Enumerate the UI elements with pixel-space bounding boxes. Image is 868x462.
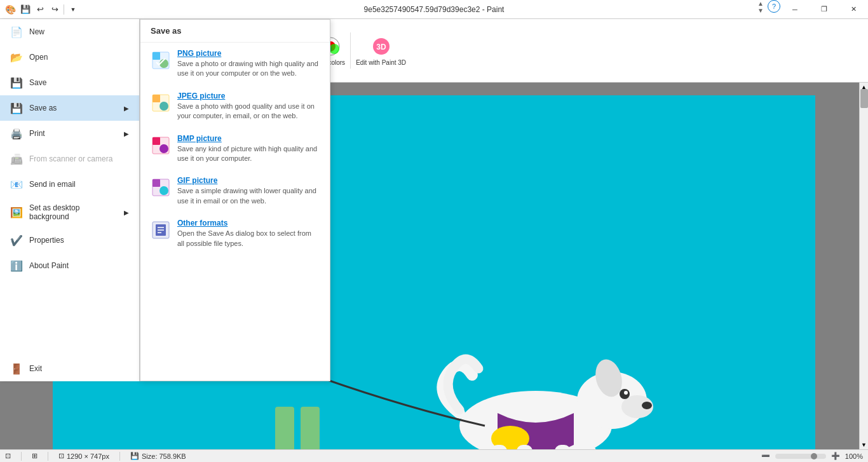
dimensions-text: 1290 × 747px <box>67 452 109 460</box>
saveas-submenu: Save as PNG picture Save a photo or draw… <box>140 19 330 381</box>
svg-rect-13 <box>301 407 320 449</box>
zoom-slider[interactable] <box>775 454 826 459</box>
svg-text:3D: 3D <box>376 43 386 51</box>
status-divider-3 <box>119 452 120 461</box>
ribbon-collapse-button[interactable]: ▲▼ <box>756 0 765 14</box>
file-menu: 📄 New 📂 Open 💾 Save 💾 Save as ▶ 🖨️ Print… <box>0 19 140 381</box>
menu-item-print[interactable]: 🖨️ Print ▶ <box>0 121 139 146</box>
save-label: Save <box>29 78 46 87</box>
zoom-plus-button[interactable]: ➕ <box>831 452 840 460</box>
menu-item-about[interactable]: ℹ️ About Paint <box>0 253 139 278</box>
saveas-item-png[interactable]: PNG picture Save a photo or drawing with… <box>140 43 330 85</box>
help-button[interactable]: ? <box>768 0 780 13</box>
properties-icon: ✔️ <box>10 234 23 247</box>
menu-item-scanner: 📠 From scanner or camera <box>0 146 139 172</box>
zoom-minus-button[interactable]: ➖ <box>761 452 770 460</box>
png-icon <box>151 50 171 71</box>
saveas-item-gif[interactable]: GIF picture Save a simple drawing with l… <box>140 170 330 212</box>
menu-item-save[interactable]: 💾 Save <box>0 70 139 95</box>
maximize-button[interactable]: ❐ <box>810 0 839 19</box>
desktop-icon: 🖼️ <box>10 206 23 219</box>
svg-point-37 <box>159 102 168 111</box>
exit-label: Exit <box>29 364 42 373</box>
gif-desc: Save a simple drawing with lower quality… <box>177 186 320 206</box>
jpeg-text: JPEG picture Save a photo with good qual… <box>177 92 320 121</box>
status-divider-2 <box>48 452 48 461</box>
quick-undo-button[interactable]: ↩ <box>33 3 47 17</box>
app-icon: 🎨 <box>5 4 16 15</box>
quick-save-button[interactable]: 💾 <box>18 3 32 17</box>
svg-point-7 <box>329 44 339 54</box>
svg-point-21 <box>624 391 628 395</box>
quick-access-separator <box>64 4 64 15</box>
dimension-icon: ⊡ <box>58 452 64 460</box>
exit-icon: 🚪 <box>10 362 23 375</box>
properties-label: Properties <box>29 236 64 245</box>
quick-redo-button[interactable]: ↪ <box>48 3 62 17</box>
about-icon: ℹ️ <box>10 259 23 272</box>
scroll-down-button[interactable]: ▼ <box>860 440 868 449</box>
bmp-desc: Save any kind of picture with high quali… <box>177 144 320 164</box>
menu-item-saveas[interactable]: 💾 Save as ▶ <box>0 95 139 121</box>
menu-item-open[interactable]: 📂 Open <box>0 44 139 70</box>
window-controls: ▲▼ ? ─ ❐ ✕ <box>756 0 868 19</box>
status-select-icon: ⊡ <box>5 452 11 460</box>
gif-icon <box>151 177 171 198</box>
paint3d-icon: 3D <box>370 35 393 58</box>
zoom-thumb[interactable] <box>811 453 817 459</box>
png-desc: Save a photo or drawing with high qualit… <box>177 59 320 79</box>
status-size: 💾 Size: 758.9KB <box>130 452 186 460</box>
svg-rect-33 <box>153 52 160 60</box>
svg-point-40 <box>159 144 168 153</box>
save-icon: 💾 <box>10 76 23 89</box>
status-bar: ⊡ ⊞ ⊡ 1290 × 747px 💾 Size: 758.9KB ➖ ➕ 1… <box>0 449 868 462</box>
vertical-scrollbar[interactable]: ▲ ▼ <box>859 83 868 449</box>
png-text: PNG picture Save a photo or drawing with… <box>177 49 320 79</box>
jpeg-desc: Save a photo with good quality and use i… <box>177 102 320 121</box>
saveas-item-other[interactable]: Other formats Open the Save As dialog bo… <box>140 212 330 255</box>
other-text: Other formats Open the Save As dialog bo… <box>177 219 320 248</box>
bmp-text: BMP picture Save any kind of picture wit… <box>177 134 320 164</box>
svg-rect-36 <box>153 95 160 102</box>
new-icon: 📄 <box>10 25 23 38</box>
menu-item-desktop[interactable]: 🖼️ Set as desktop background ▶ <box>0 197 139 228</box>
status-divider-1 <box>21 452 22 461</box>
zoom-level-text: 100% <box>845 452 863 460</box>
bmp-icon <box>151 135 171 156</box>
open-label: Open <box>29 53 48 62</box>
send-icon: 📧 <box>10 178 23 191</box>
other-icon <box>151 220 171 240</box>
svg-rect-12 <box>275 407 294 449</box>
scanner-label: From scanner or camera <box>29 154 112 163</box>
window-title: 9e5e3257490547.59d79d39ec3e2 - Paint <box>364 5 505 14</box>
saveas-icon: 💾 <box>10 102 23 114</box>
menu-item-properties[interactable]: ✔️ Properties <box>0 228 139 253</box>
gif-text: GIF picture Save a simple drawing with l… <box>177 176 320 206</box>
minimize-button[interactable]: ─ <box>780 0 810 19</box>
desktop-label: Set as desktop background <box>29 203 118 221</box>
menu-item-exit[interactable]: 🚪 Exit <box>0 356 139 381</box>
saveas-arrow-icon: ▶ <box>124 105 129 112</box>
svg-point-19 <box>642 402 652 409</box>
status-dimensions: ⊡ 1290 × 747px <box>58 452 109 460</box>
quick-access-toolbar: 💾 ↩ ↪ ▼ <box>18 3 80 17</box>
svg-point-43 <box>159 186 168 195</box>
svg-rect-39 <box>153 137 160 145</box>
jpeg-title: JPEG picture <box>177 92 320 100</box>
print-icon: 🖨️ <box>10 127 23 140</box>
menu-item-send[interactable]: 📧 Send in email <box>0 172 139 197</box>
about-label: About Paint <box>29 261 69 270</box>
svg-rect-42 <box>153 179 160 187</box>
close-button[interactable]: ✕ <box>839 0 868 19</box>
scroll-thumb-v[interactable] <box>860 89 868 108</box>
customize-quick-access-button[interactable]: ▼ <box>66 3 80 17</box>
size-icon: 💾 <box>130 452 139 460</box>
other-desc: Open the Save As dialog box to select fr… <box>177 229 320 248</box>
saveas-item-bmp[interactable]: BMP picture Save any kind of picture wit… <box>140 128 330 170</box>
status-select-icon-area: ⊡ <box>5 452 11 460</box>
menu-item-new[interactable]: 📄 New <box>0 19 139 44</box>
edit-paint3d-button[interactable]: 3D Edit with Paint 3D <box>351 32 411 69</box>
menu-spacer <box>0 278 139 356</box>
print-label: Print <box>29 129 45 138</box>
saveas-item-jpeg[interactable]: JPEG picture Save a photo with good qual… <box>140 85 330 128</box>
